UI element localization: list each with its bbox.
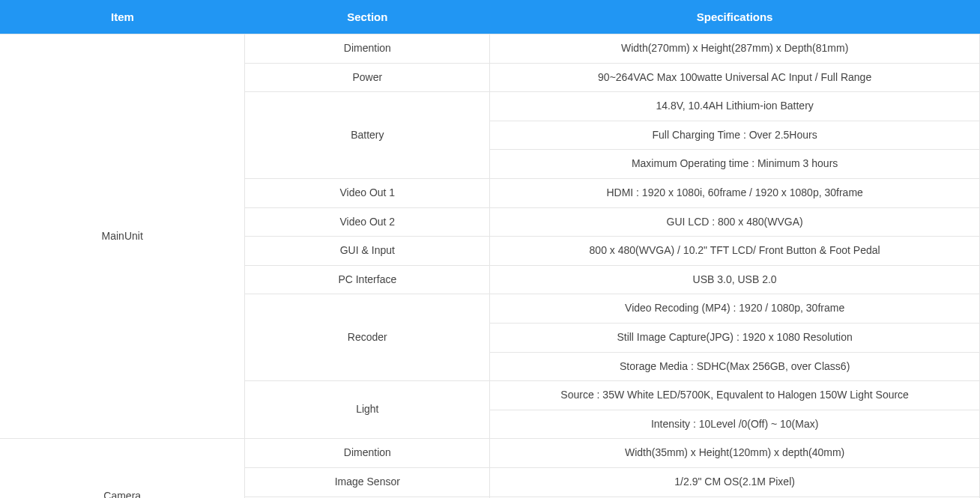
spec-cell: Still Image Capture(JPG) : 1920 x 1080 R… [490, 323, 980, 352]
item-camera: Camera [0, 439, 245, 498]
section-cell: Recoder [245, 294, 490, 381]
spec-cell: Video Recoding (MP4) : 1920 / 1080p, 30f… [490, 294, 980, 324]
section-cell: Video Out 2 [245, 207, 490, 237]
spec-cell: Width(35mm) x Height(120mm) x depth(40mm… [490, 439, 980, 468]
spec-cell: Full Charging Time : Over 2.5Hours [490, 121, 980, 150]
item-mainunit: MainUnit [0, 34, 245, 439]
spec-cell: HDMI : 1920 x 1080i, 60frame / 1920 x 10… [490, 178, 980, 207]
spec-cell: Maximum Operating time : Minimum 3 hours [490, 150, 980, 179]
section-cell: PC Interface [245, 265, 490, 294]
header-spec: Specifications [490, 0, 980, 34]
section-cell: Power [245, 63, 490, 92]
spec-cell: 14.8V, 10.4AH Lithium-ion Battery [490, 92, 980, 121]
spec-cell: Intensity : 10Level /0(Off) ~ 10(Max) [490, 410, 980, 439]
spec-cell: 90~264VAC Max 100watte Universal AC Inpu… [490, 63, 980, 92]
spec-cell: 1/2.9" CM OS(2.1M Pixel) [490, 467, 980, 497]
section-cell: Dimention [245, 34, 490, 64]
section-cell: Image Sensor [245, 467, 490, 497]
section-cell: Light [245, 381, 490, 439]
spec-table: Item Section Specifications MainUnitDime… [0, 0, 980, 498]
header-section: Section [245, 0, 490, 34]
spec-cell: Source : 35W White LED/5700K, Equvalent … [490, 381, 980, 410]
section-cell: Dimention [245, 439, 490, 468]
section-cell: Video Out 1 [245, 178, 490, 207]
table-header: Item Section Specifications [0, 0, 980, 34]
spec-cell: USB 3.0, USB 2.0 [490, 265, 980, 294]
section-cell: GUI & Input [245, 237, 490, 266]
spec-cell: Width(270mm) x Height(287mm) x Depth(81m… [490, 34, 980, 64]
section-cell: Battery [245, 92, 490, 179]
table-row: CameraDimentionWidth(35mm) x Height(120m… [0, 439, 980, 468]
spec-cell: Storage Media : SDHC(Max 256GB, over Cla… [490, 352, 980, 381]
table-row: MainUnitDimentionWidth(270mm) x Height(2… [0, 34, 980, 64]
header-item: Item [0, 0, 245, 34]
spec-cell: 800 x 480(WVGA) / 10.2" TFT LCD/ Front B… [490, 237, 980, 266]
spec-cell: GUI LCD : 800 x 480(WVGA) [490, 207, 980, 237]
